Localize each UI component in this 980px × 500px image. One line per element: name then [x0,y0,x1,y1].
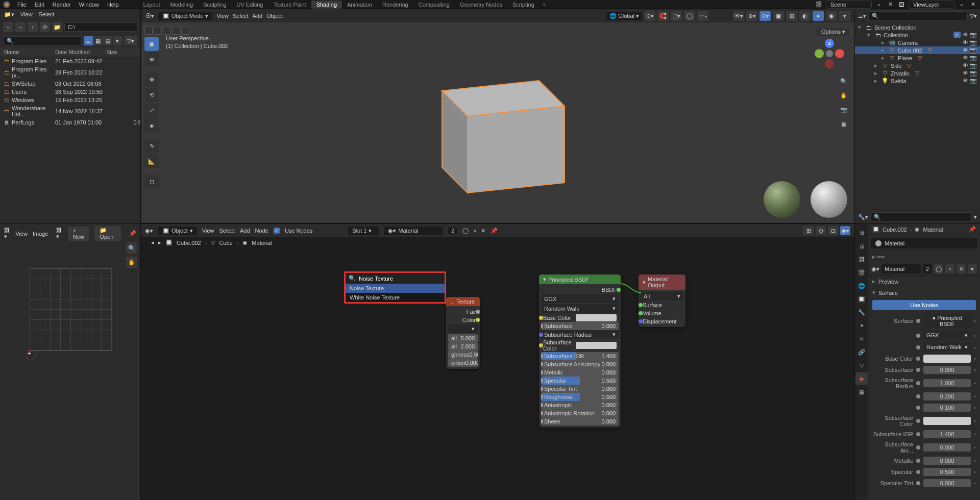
vp-object[interactable]: Object [266,13,283,19]
driver-icon[interactable]: • [974,480,976,486]
node-header[interactable]: ▾Principled BSDF [539,274,621,284]
fb-select[interactable]: Select [39,11,55,18]
file-row[interactable]: 🗀Program Files21 Feb 2023 09:42 [0,57,140,65]
material-list-item[interactable]: Material [871,238,977,248]
outliner-scene-collection[interactable]: ▾🗀Scene Collection [855,23,980,31]
ie-image[interactable]: Image [33,231,48,237]
material-users[interactable]: 2 [448,227,457,234]
options-button[interactable]: Options ▾ [816,28,850,36]
use-nodes-button[interactable]: Use Nodes [872,300,976,310]
render-icon[interactable]: 📷 [970,62,977,69]
node-slider[interactable]: Subsurface Anisotropy0.000 [541,360,619,368]
driver-icon[interactable]: • [974,380,976,386]
fake-user-icon[interactable]: ◯ [934,264,943,273]
outliner-collection[interactable]: ▾🗀Collection 👁📷 [855,31,980,39]
editor-type-icon[interactable]: ☰▾ [858,13,866,19]
viewlayer-delete-icon[interactable]: ✕ [969,1,977,8]
node-slider[interactable]: ghness0.500 [448,351,478,359]
tab-modeling[interactable]: Modeling [165,1,199,9]
bc-material[interactable]: Material [252,240,272,246]
tool-measure[interactable]: 📐 [144,154,159,168]
pan-icon[interactable]: ✋ [838,90,849,101]
tab-texture[interactable]: ▦ [855,386,868,398]
render-icon[interactable]: 📷 [970,39,977,46]
material-browse-icon[interactable]: ◉▾ [871,266,879,272]
menu-icon[interactable]: ▾ [968,264,977,273]
viewport-3d[interactable]: ⦿▾ 🔲Object Mode▾ View Select Add Object … [141,9,854,223]
tab-animation[interactable]: Animation [342,1,377,9]
editor-type-icon[interactable]: 📁▾ [4,11,14,18]
noise-dd[interactable]: ▾ [448,324,478,333]
open-button[interactable]: 📁 Open [94,226,121,241]
file-row[interactable]: 🗀SWSetup03 Oct 2022 08:08 [0,80,140,88]
zoom-icon[interactable]: 🔍 [838,76,849,87]
sel-5[interactable] [181,27,189,35]
tool-cursor[interactable]: ⊕ [144,52,159,66]
viewlayer-new-icon[interactable]: ▫ [958,1,966,8]
ne-view[interactable]: View [202,228,214,234]
node-header[interactable]: ▾Material Output [639,274,685,290]
outliner-tree[interactable]: ▾🗀Scene Collection ▾🗀Collection 👁📷 ▸📹Cam… [855,22,980,210]
node-slider[interactable]: Subsurface IOR1.400 [541,352,619,360]
nav-newfolder-button[interactable]: 📁 [52,22,62,32]
ne-select[interactable]: Select [219,228,235,234]
color-swatch[interactable] [923,417,971,425]
tab-viewlayer[interactable]: 🖼 [855,253,868,265]
menu-window[interactable]: Window [75,2,103,8]
node-slider[interactable]: ail2.000 [448,342,478,351]
tab-world[interactable]: 🌐 [855,280,868,292]
tab-layout[interactable]: Layout [138,1,165,9]
node-search-input[interactable] [359,276,442,282]
node-header[interactable]: ... Texture [446,297,480,306]
bc-material[interactable]: Material [923,227,943,233]
driver-icon[interactable]: • [974,333,976,339]
color-swatch[interactable] [923,355,971,363]
sss-method-dd[interactable]: Random Walk▾ [541,304,619,313]
node-slider[interactable]: Metallic0.000 [541,368,619,377]
sel-3[interactable] [163,27,171,35]
node-color[interactable]: Subsurface Color [541,339,619,352]
col-date[interactable]: Date Modified [55,49,106,55]
tab-output[interactable]: 🖨 [855,240,868,252]
xray-icon[interactable]: ▣ [773,11,784,21]
gizmo-x[interactable] [835,49,844,58]
tab-material[interactable]: ◉ [855,372,868,385]
gizmo-z[interactable]: Z [825,39,834,48]
render-icon[interactable]: 📷 [970,70,977,77]
view-list-icon[interactable]: ☰ [84,36,93,45]
driver-icon[interactable]: • [974,405,976,411]
orientation-dropdown[interactable]: 🌐 Global ▾ [606,12,642,20]
dropdown[interactable]: GGX▾ [923,331,971,340]
slider[interactable]: 0.000 [923,479,971,487]
menu-file[interactable]: File [13,2,31,8]
pin-icon[interactable]: 📌 [969,226,976,233]
eye-icon[interactable]: 👁 [962,70,969,77]
nav-back-button[interactable]: ← [3,22,13,32]
filter-icon[interactable]: ▽▾ [124,36,137,45]
tool-add-cube[interactable]: ◻ [144,174,159,189]
distribution-dd[interactable]: GGX▾ [541,294,619,303]
surface-panel[interactable]: ▾Surface [868,287,980,298]
slider[interactable]: 0.000 [923,443,971,452]
outliner-item[interactable]: ▸▽Plane▽👁📷 [855,54,980,62]
vp-select[interactable]: Select [233,13,249,19]
node-slider[interactable]: Subsurface0.000 [541,322,619,330]
viewlayer-name-field[interactable]: ViewLayer [909,1,954,9]
outliner-item[interactable]: ▸💡Světla👁📷 [855,77,980,85]
fb-view[interactable]: View [20,11,33,18]
shading-solid-icon[interactable]: ◐ [799,11,811,21]
nav-refresh-button[interactable]: ⟳ [40,22,50,32]
file-row[interactable]: 🗀Users28 Sep 2022 19:50 [0,88,140,96]
tab-texture-paint[interactable]: Texture Paint [268,1,311,9]
tool-scale[interactable]: ⤢ [144,103,159,117]
tool-select-box[interactable]: ▣ [144,37,159,51]
eye-icon[interactable]: 👁 [962,47,969,54]
perspective-icon[interactable]: ▦ [838,118,849,130]
outliner-item[interactable]: ▸📹Camera👁📷 [855,39,980,46]
file-row[interactable]: 🗀Wondershare Uni...14 Nov 2022 16:37 [0,104,140,118]
driver-icon[interactable]: • [974,356,976,362]
use-nodes-checkbox[interactable] [274,228,280,234]
properties-search-input[interactable] [870,212,972,221]
editor-type-icon[interactable]: 🔧▾ [858,214,868,220]
overlay-icon[interactable]: ⊙▾ [760,11,771,21]
